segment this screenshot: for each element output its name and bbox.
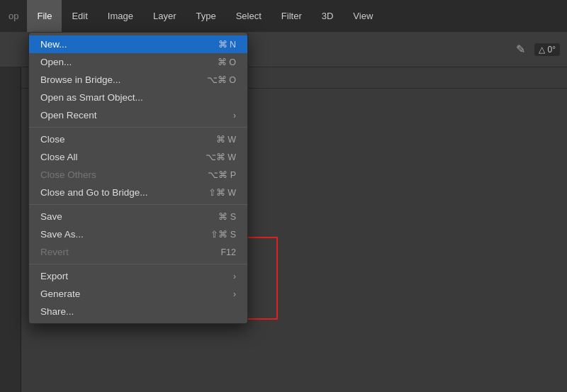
menu-item-close[interactable]: Close⌘ W [29, 130, 247, 148]
menu-item-open-recent[interactable]: Open Recent› [29, 106, 247, 124]
menu-item-label-revert: Revert [40, 247, 69, 257]
menu-item-label-browse-bridge: Browse in Bridge... [40, 74, 120, 85]
menu-item-shortcut-revert: F12 [220, 247, 236, 257]
menu-item-close-others: Close Others⌥⌘ P [29, 166, 247, 184]
menubar-item-layer[interactable]: Layer [143, 0, 186, 32]
menubar-item-image[interactable]: Image [98, 0, 143, 32]
submenu-arrow-export: › [233, 271, 236, 281]
menu-divider-10 [29, 204, 247, 205]
tools-panel [0, 32, 21, 392]
menu-divider-5 [29, 127, 247, 128]
menu-item-save[interactable]: Save⌘ S [29, 208, 247, 225]
menu-item-label-close-bridge: Close and Go to Bridge... [40, 187, 148, 198]
menu-divider-14 [29, 264, 247, 264]
menu-item-shortcut-browse-bridge: ⌥⌘ O [207, 74, 236, 85]
toolbar-right: ✎ △ 0° [513, 42, 560, 57]
menu-item-label-close-all: Close All [40, 152, 78, 162]
menu-item-label-close: Close [40, 134, 65, 145]
menu-item-new[interactable]: New...⌘ N [29, 35, 247, 53]
edit-icon[interactable]: ✎ [513, 42, 529, 57]
menu-item-open[interactable]: Open...⌘ O [29, 53, 247, 71]
menu-item-label-new: New... [40, 39, 67, 50]
menu-item-save-as[interactable]: Save As...⇧⌘ S [29, 225, 247, 243]
menubar-item-select[interactable]: Select [226, 0, 271, 32]
menu-item-revert: RevertF12 [29, 243, 247, 261]
menu-item-export[interactable]: Export› [29, 267, 247, 285]
menu-item-label-save-as: Save As... [40, 229, 84, 240]
menubar: op File Edit Image Layer Type Select Fil… [0, 0, 567, 32]
menu-item-label-open-smart: Open as Smart Object... [40, 92, 143, 103]
menu-item-shortcut-save-as: ⇧⌘ S [210, 229, 236, 240]
menu-item-generate[interactable]: Generate› [29, 285, 247, 303]
menu-item-close-all[interactable]: Close All⌥⌘ W [29, 148, 247, 166]
file-menu: New...⌘ NOpen...⌘ OBrowse in Bridge...⌥⌘… [28, 32, 248, 324]
menu-item-close-bridge[interactable]: Close and Go to Bridge...⇧⌘ W [29, 184, 247, 201]
menu-item-label-open-recent: Open Recent [40, 110, 97, 121]
menubar-item-filter[interactable]: Filter [271, 0, 312, 32]
menu-item-label-open: Open... [40, 57, 72, 67]
menu-item-shortcut-save: ⌘ S [218, 211, 236, 222]
menu-item-shortcut-close: ⌘ W [216, 134, 236, 145]
menu-item-shortcut-close-others: ⌥⌘ P [208, 169, 236, 180]
menu-item-label-share: Share... [40, 306, 74, 317]
angle-control[interactable]: △ 0° [534, 43, 560, 56]
menu-item-open-smart[interactable]: Open as Smart Object... [29, 89, 247, 106]
menubar-item-file[interactable]: File [27, 0, 62, 32]
menubar-item-edit[interactable]: Edit [62, 0, 97, 32]
menubar-item-3d[interactable]: 3D [312, 0, 344, 32]
menu-item-shortcut-close-all: ⌥⌘ W [206, 152, 236, 162]
menubar-item-type[interactable]: Type [186, 0, 226, 32]
menu-item-browse-bridge[interactable]: Browse in Bridge...⌥⌘ O [29, 71, 247, 89]
menubar-item-view[interactable]: View [343, 0, 383, 32]
menu-item-label-close-others: Close Others [40, 169, 96, 180]
angle-value: 0° [548, 45, 556, 55]
menu-item-shortcut-new: ⌘ N [218, 39, 237, 50]
menu-item-label-generate: Generate [40, 289, 80, 299]
menu-item-label-export: Export [40, 271, 68, 281]
menu-item-shortcut-open: ⌘ O [218, 57, 236, 67]
submenu-arrow-generate: › [233, 289, 236, 299]
menu-item-shortcut-close-bridge: ⇧⌘ W [208, 187, 236, 198]
angle-icon: △ [539, 45, 545, 55]
submenu-arrow-open-recent: › [233, 111, 236, 121]
menu-item-label-save: Save [40, 211, 62, 222]
app-name: op [0, 11, 27, 21]
menu-item-share[interactable]: Share... [29, 303, 247, 320]
